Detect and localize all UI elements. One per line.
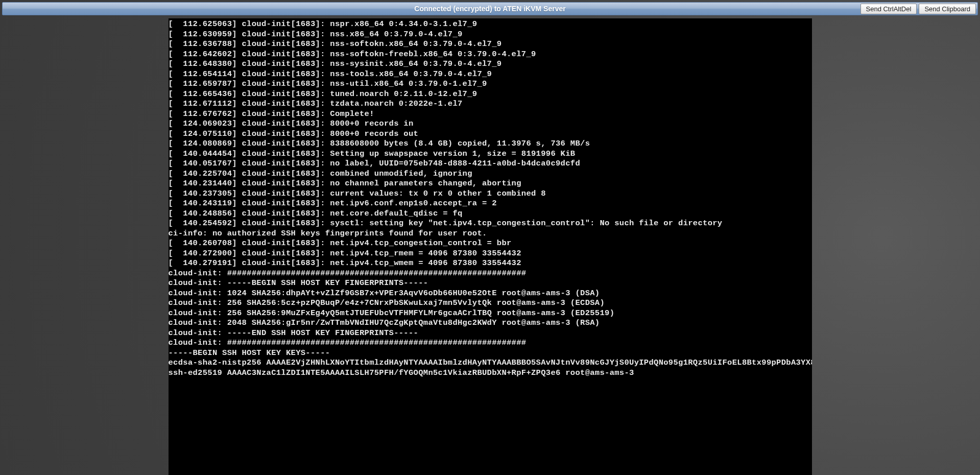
console-line: cloud-init: 256 SHA256:5cz+pzPQBuqP/e4z+… [169,298,812,308]
console-line: [ 140.272900] cloud-init[1683]: net.ipv4… [169,249,812,259]
console-line: ecdsa-sha2-nistp256 AAAAE2VjZHNhLXNoYTIt… [169,358,812,368]
console-line: [ 124.069023] cloud-init[1683]: 8000+0 r… [169,119,812,129]
console-line: [ 112.671112] cloud-init[1683]: tzdata.n… [169,99,812,109]
console-line: [ 140.254592] cloud-init[1683]: sysctl: … [169,219,812,229]
console-line: ci-info: no authorized SSH keys fingerpr… [169,229,812,239]
console-line: cloud-init: 256 SHA256:9MuZFxEg4yQ5mtJTU… [169,308,812,319]
console-line: [ 112.654114] cloud-init[1683]: nss-tool… [169,69,812,80]
send-clipboard-button[interactable]: Send Clipboard [919,4,976,14]
console-line: cloud-init: ############################… [169,269,812,279]
console-line: cloud-init: 1024 SHA256:dhpAYt+vZlZf9GSB… [169,289,812,299]
console-line: [ 124.080869] cloud-init[1683]: 83886080… [169,139,812,149]
console-line: [ 112.630959] cloud-init[1683]: nss.x86_… [169,30,812,40]
send-ctrlaltdel-button[interactable]: Send CtrlAltDel [861,4,917,14]
console-line: [ 140.279191] cloud-init[1683]: net.ipv4… [169,258,812,269]
connection-status-text: Connected (encrypted) to ATEN iKVM Serve… [414,5,565,13]
console-line: -----BEGIN SSH HOST KEY KEYS----- [169,348,812,359]
titlebar-buttons: Send CtrlAltDel Send Clipboard [861,4,976,14]
console-line: [ 140.260708] cloud-init[1683]: net.ipv4… [169,239,812,249]
console-line: [ 112.665436] cloud-init[1683]: tuned.no… [169,89,812,100]
titlebar: Connected (encrypted) to ATEN iKVM Serve… [2,2,978,15]
console-line: [ 112.676762] cloud-init[1683]: Complete… [169,109,812,120]
console-line: [ 140.248856] cloud-init[1683]: net.core… [169,209,812,219]
console-line: cloud-init: 2048 SHA256:gIr5nr/ZwTTmbVNd… [169,318,812,328]
console-line: [ 140.231440] cloud-init[1683]: no chann… [169,179,812,189]
console-line: [ 112.648380] cloud-init[1683]: nss-sysi… [169,59,812,69]
console-line: cloud-init: -----END SSH HOST KEY FINGER… [169,328,812,339]
console-line: cloud-init: ############################… [169,338,812,348]
console-line: [ 124.075110] cloud-init[1683]: 8000+0 r… [169,129,812,139]
console-line: [ 140.044454] cloud-init[1683]: Setting … [169,149,812,159]
remote-console[interactable]: [ 112.625063] cloud-init[1683]: nspr.x86… [169,18,812,475]
console-line: [ 112.642602] cloud-init[1683]: nss-soft… [169,50,812,60]
console-line: [ 112.636788] cloud-init[1683]: nss-soft… [169,39,812,50]
console-line: ssh-ed25519 AAAAC3NzaC1lZDI1NTE5AAAAILSL… [169,368,812,378]
console-line: [ 112.659787] cloud-init[1683]: nss-util… [169,79,812,89]
console-line: [ 140.225704] cloud-init[1683]: combined… [169,169,812,179]
console-line: [ 140.243119] cloud-init[1683]: net.ipv6… [169,199,812,209]
console-line: [ 112.625063] cloud-init[1683]: nspr.x86… [169,19,812,30]
console-line: [ 140.237305] cloud-init[1683]: current … [169,189,812,199]
console-line: cloud-init: -----BEGIN SSH HOST KEY FING… [169,278,812,289]
console-line: [ 140.051767] cloud-init[1683]: no label… [169,159,812,169]
